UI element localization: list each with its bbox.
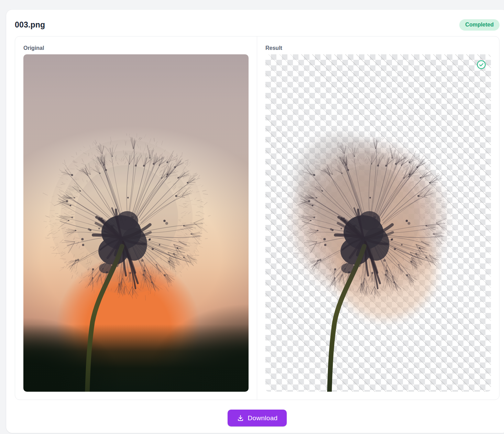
original-pane: Original (15, 36, 257, 400)
result-pane: Result (257, 36, 499, 400)
download-button-label: Download (248, 414, 278, 422)
download-button[interactable]: Download (228, 410, 287, 426)
result-image (265, 54, 491, 392)
dandelion-cutout-art (265, 54, 491, 392)
original-image (23, 54, 249, 392)
card-header: 003.png Completed (15, 19, 500, 31)
status-badge: Completed (459, 19, 500, 31)
check-circle-icon (476, 60, 486, 69)
result-label: Result (265, 45, 491, 52)
success-indicator (476, 60, 486, 69)
file-card: 003.png Completed Original Result (6, 10, 504, 433)
original-label: Original (23, 45, 249, 52)
file-title: 003.png (15, 20, 45, 30)
actions-row: Download (15, 410, 500, 426)
dandelion-photo-art (23, 54, 249, 392)
download-icon (237, 414, 244, 422)
comparison-panel: Original Result (15, 36, 500, 400)
